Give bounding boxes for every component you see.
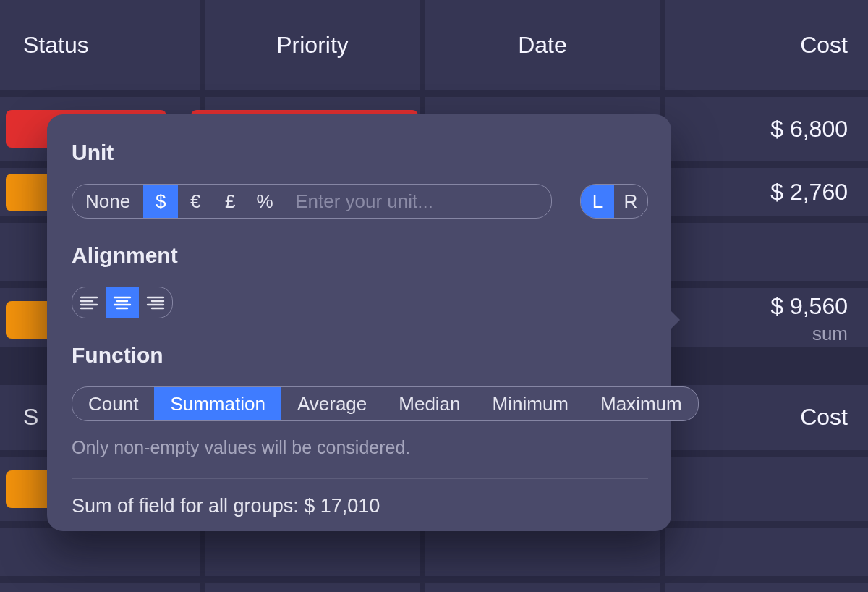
function-total: Sum of field for all groups: $ 17,010: [72, 495, 648, 517]
align-left-button[interactable]: [72, 287, 106, 318]
alignment-segment: [72, 287, 173, 318]
function-option-count[interactable]: Count: [72, 387, 154, 420]
function-section: Function Count Summation Average Median …: [72, 343, 648, 517]
function-option-maximum[interactable]: Maximum: [584, 387, 698, 420]
col-header-status[interactable]: Status: [23, 0, 89, 90]
align-right-button[interactable]: [139, 287, 172, 318]
unit-option-dollar[interactable]: $: [143, 185, 178, 218]
align-right-icon: [146, 295, 165, 310]
column-settings-popover: Unit None $ € £ % L R Alignment: [47, 114, 671, 531]
unit-title: Unit: [72, 140, 648, 165]
divider: [72, 478, 648, 479]
alignment-title: Alignment: [72, 243, 648, 268]
unit-segment: None $ € £ %: [72, 184, 552, 219]
summary-label: sum: [812, 323, 848, 345]
align-left-icon: [80, 295, 98, 310]
unit-custom-input[interactable]: [282, 185, 551, 218]
function-title: Function: [72, 343, 648, 368]
align-center-button[interactable]: [106, 287, 139, 318]
unit-option-pound[interactable]: £: [213, 185, 247, 218]
cost-cell: $ 2,760: [665, 168, 848, 216]
unit-position-segment: L R: [580, 184, 648, 219]
col-header-status[interactable]: S: [23, 385, 38, 449]
col-header-cost[interactable]: Cost: [665, 0, 848, 90]
function-option-minimum[interactable]: Minimum: [477, 387, 584, 420]
function-option-summation[interactable]: Summation: [154, 387, 281, 420]
unit-option-none[interactable]: None: [72, 185, 143, 218]
align-center-icon: [113, 295, 132, 310]
function-segment: Count Summation Average Median Minimum M…: [72, 386, 699, 421]
function-option-average[interactable]: Average: [281, 387, 383, 420]
unit-section: Unit None $ € £ % L R: [72, 140, 648, 219]
col-header-priority[interactable]: Priority: [205, 0, 420, 90]
cost-cell: $ 6,800: [665, 97, 848, 161]
unit-position-right[interactable]: R: [614, 185, 647, 218]
summary-cost: $ 9,560: [770, 293, 848, 320]
unit-option-percent[interactable]: %: [247, 185, 282, 218]
function-note: Only non-empty values will be considered…: [72, 437, 648, 458]
unit-position-left[interactable]: L: [581, 185, 614, 218]
col-header-date[interactable]: Date: [425, 0, 660, 90]
alignment-section: Alignment: [72, 243, 648, 318]
function-option-median[interactable]: Median: [383, 387, 476, 420]
unit-option-euro[interactable]: €: [178, 185, 213, 218]
